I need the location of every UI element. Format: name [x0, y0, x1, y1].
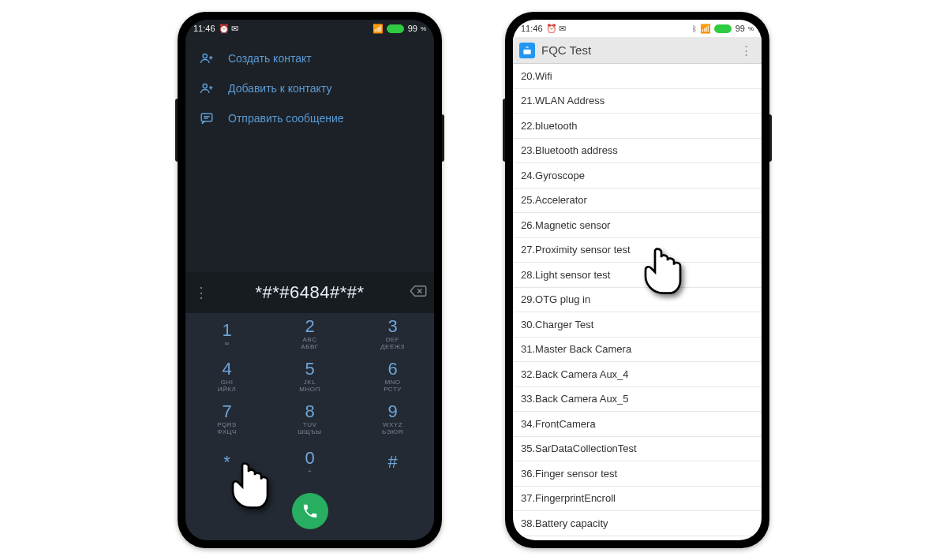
svg-point-1: [203, 84, 207, 88]
app-header: FQC Test ⋮: [513, 37, 762, 64]
list-item[interactable]: 25.Accelerator: [513, 189, 762, 214]
status-time: 11:46: [193, 24, 215, 33]
status-time: 11:46: [521, 24, 543, 33]
battery-percent: 99: [736, 24, 745, 33]
list-item[interactable]: 36.Finger sensor test: [513, 461, 762, 487]
bluetooth-icon: ᛒ: [692, 24, 697, 33]
list-item[interactable]: 26.Magnetic sensor: [513, 213, 762, 238]
app-icon: [519, 43, 535, 58]
person-add-icon: [200, 51, 214, 65]
status-bar: 11:46 ⏰ ✉ 📶 99 %: [185, 20, 434, 37]
list-item[interactable]: 22.bluetooth: [513, 114, 762, 139]
list-item[interactable]: 21.WLAN Address: [513, 89, 762, 114]
list-item[interactable]: 29.OTG plug in: [513, 288, 762, 313]
list-item[interactable]: 31.Master Back Camera: [513, 338, 762, 363]
person-add-icon: [200, 81, 214, 95]
key-9[interactable]: 9WXYZ ЬЭЮЯ: [351, 398, 434, 441]
key-8[interactable]: 8TUV ШЩЪЫ: [268, 398, 351, 441]
dial-input[interactable]: *#*#6484#*#*: [212, 282, 407, 303]
svg-rect-2: [201, 114, 212, 121]
status-bar: 11:46 ⏰ ✉ ᛒ 📶 99 %: [513, 20, 762, 37]
list-item[interactable]: 35.SarDataCollectionTest: [513, 437, 762, 462]
signal-icon: 📶: [700, 24, 711, 34]
menu-item-send-message[interactable]: Отправить сообщение: [190, 103, 429, 133]
battery-icon: [714, 24, 732, 33]
menu-item-label: Добавить к контакту: [228, 82, 331, 95]
svg-point-0: [203, 54, 207, 58]
overflow-menu-button[interactable]: ⋮: [737, 47, 755, 54]
list-item[interactable]: 20.Wifi: [513, 64, 762, 89]
signal-icon: 📶: [372, 24, 384, 34]
key-1[interactable]: 1∞: [185, 313, 268, 356]
alarm-icon: ⏰: [219, 24, 230, 34]
menu-item-label: Создать контакт: [228, 52, 312, 65]
call-button[interactable]: [292, 493, 328, 529]
backspace-button[interactable]: [407, 285, 429, 301]
key-0[interactable]: 0+: [268, 441, 351, 483]
battery-unit: %: [421, 25, 426, 32]
key-star[interactable]: *: [185, 441, 268, 483]
more-options-button[interactable]: ⋮: [190, 284, 212, 301]
menu-item-label: Отправить сообщение: [228, 112, 344, 125]
mail-icon: ✉: [231, 24, 238, 34]
key-hash[interactable]: #: [351, 441, 434, 483]
list-item[interactable]: 38.Battery capacity: [513, 511, 762, 536]
app-title: FQC Test: [541, 43, 591, 57]
alarm-icon: ⏰: [546, 24, 557, 34]
key-5[interactable]: 5JKL МНОП: [268, 356, 351, 398]
dial-input-row: ⋮ *#*#6484#*#*: [185, 272, 434, 313]
dial-keypad: 1∞ 2ABC АБВГ 3DEF ДЕЁЖЗ 4GHI ИЙКЛ 5JKL М…: [185, 313, 434, 483]
dialer-menu: Создать контакт Добавить к контакту Отпр…: [185, 37, 434, 133]
list-item[interactable]: 27.Proximity sensor test: [513, 238, 762, 263]
phone-frame-fqc: 11:46 ⏰ ✉ ᛒ 📶 99 % FQC Test ⋮ 20.Wifi 21…: [505, 12, 769, 548]
list-item[interactable]: 28.Light sensor test: [513, 263, 762, 288]
battery-unit: %: [748, 25, 754, 32]
list-item[interactable]: 33.Back Camera Aux_5: [513, 387, 762, 413]
key-2[interactable]: 2ABC АБВГ: [268, 313, 351, 356]
menu-item-add-to-contact[interactable]: Добавить к контакту: [190, 73, 429, 103]
list-item[interactable]: 24.Gyroscope: [513, 163, 762, 189]
list-item[interactable]: 37.FingerprintEncroll: [513, 487, 762, 512]
fqc-test-list[interactable]: 20.Wifi 21.WLAN Address 22.bluetooth 23.…: [513, 64, 762, 540]
list-item[interactable]: 23.Bluetooth address: [513, 139, 762, 164]
menu-item-create-contact[interactable]: Создать контакт: [190, 43, 429, 73]
battery-icon: [387, 24, 404, 33]
key-6[interactable]: 6MNO РСТУ: [351, 356, 434, 398]
battery-percent: 99: [408, 24, 417, 33]
list-item[interactable]: 34.FrontCamera: [513, 412, 762, 437]
mail-icon: ✉: [559, 24, 566, 34]
message-icon: [200, 111, 214, 125]
list-item[interactable]: 32.Back Camera Aux_4: [513, 362, 762, 387]
key-7[interactable]: 7PQRS ФХЦЧ: [185, 398, 268, 441]
svg-rect-3: [523, 49, 530, 54]
key-4[interactable]: 4GHI ИЙКЛ: [185, 356, 268, 398]
key-3[interactable]: 3DEF ДЕЁЖЗ: [351, 313, 434, 356]
phone-frame-dialer: 11:46 ⏰ ✉ 📶 99 % Создать контакт Д: [178, 12, 442, 548]
list-item[interactable]: 30.Charger Test: [513, 312, 762, 338]
